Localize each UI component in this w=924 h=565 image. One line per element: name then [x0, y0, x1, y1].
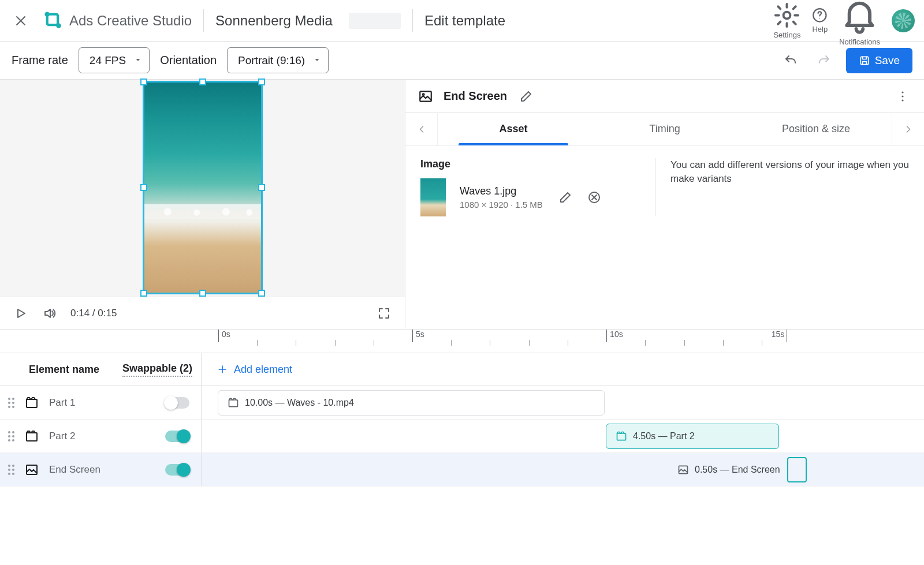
- panel-tabs: Asset Timing Position & size: [405, 113, 924, 145]
- caret-down-icon: [313, 54, 321, 67]
- col-swappable[interactable]: Swappable (2): [122, 362, 192, 377]
- tracks-header: Element name Swappable (2) Add element: [0, 353, 924, 386]
- bell-icon: [839, 0, 880, 35]
- resize-handle[interactable]: [140, 184, 147, 191]
- volume-button[interactable]: [42, 305, 58, 321]
- player-bar: 0:14 / 0:15: [0, 297, 405, 329]
- player-time: 0:14 / 0:15: [70, 308, 117, 319]
- org-name: Sonnenberg Media: [215, 13, 333, 29]
- add-element-button[interactable]: Add element: [202, 364, 292, 376]
- time-ruler[interactable]: 0s 5s 10s 15s: [0, 330, 924, 353]
- swappable-toggle[interactable]: [165, 464, 189, 476]
- svg-point-8: [423, 93, 424, 95]
- notifications-button[interactable]: Notifications: [839, 0, 880, 46]
- asset-row: Waves 1.jpg 1080 × 1920 · 1.5 MB: [420, 178, 640, 216]
- fullscreen-button[interactable]: [376, 305, 392, 321]
- resize-handle[interactable]: [140, 290, 147, 297]
- track-lane[interactable]: 0.50s — End Screen: [202, 453, 924, 486]
- image-section-title: Image: [420, 158, 640, 170]
- video-icon: [25, 396, 39, 410]
- swappable-toggle[interactable]: [165, 431, 189, 442]
- swappable-toggle[interactable]: [165, 397, 189, 409]
- tabs-prev-button[interactable]: [405, 113, 438, 145]
- caret-down-icon: [134, 54, 142, 67]
- svg-rect-13: [27, 399, 37, 407]
- frame-rate-select[interactable]: 24 FPS: [79, 47, 150, 73]
- tab-asset[interactable]: Asset: [438, 113, 589, 145]
- edit-title-button[interactable]: [517, 88, 535, 105]
- canvas-area[interactable]: [0, 80, 405, 297]
- help-icon: [812, 8, 828, 23]
- edit-asset-button[interactable]: [557, 189, 574, 206]
- image-icon: [677, 464, 689, 476]
- panel-header: End Screen: [405, 80, 924, 113]
- divider: [412, 9, 413, 32]
- page-title: Edit template: [424, 13, 505, 29]
- tabs-next-button[interactable]: [892, 113, 924, 145]
- drag-handle-icon[interactable]: [8, 431, 14, 441]
- asset-thumbnail[interactable]: [420, 178, 446, 216]
- frame-rate-label: Frame rate: [12, 54, 68, 67]
- panel-title: End Screen: [444, 89, 507, 103]
- clip-end-handle[interactable]: [787, 457, 807, 482]
- svg-rect-6: [860, 57, 868, 64]
- save-button[interactable]: Save: [846, 48, 912, 73]
- save-label: Save: [875, 54, 900, 67]
- resize-handle[interactable]: [199, 290, 206, 297]
- drag-handle-icon[interactable]: [8, 465, 14, 475]
- resize-handle[interactable]: [258, 78, 265, 85]
- track-row: Part 1 10.00s — Waves - 10.mp4: [0, 386, 924, 420]
- tab-timing[interactable]: Timing: [589, 113, 740, 145]
- resize-handle[interactable]: [140, 78, 147, 85]
- timeline-clip[interactable]: 4.50s — Part 2: [606, 424, 779, 449]
- remove-asset-button[interactable]: [586, 189, 603, 206]
- app-title: Ads Creative Studio: [69, 13, 192, 29]
- inspector-panel: End Screen Asset Timing Position & size …: [405, 80, 924, 329]
- svg-point-10: [901, 95, 903, 97]
- resize-handle[interactable]: [258, 290, 265, 297]
- panel-body: Image Waves 1.jpg 1080 × 1920 · 1.5 MB Y…: [405, 145, 924, 229]
- resize-handle[interactable]: [258, 184, 265, 191]
- play-button[interactable]: [13, 305, 29, 321]
- orientation-select[interactable]: Portrait (9:16): [227, 47, 329, 73]
- asset-name: Waves 1.jpg: [460, 185, 543, 197]
- drag-handle-icon[interactable]: [8, 398, 14, 408]
- track-row: Part 2 4.50s — Part 2: [0, 420, 924, 453]
- settings-button[interactable]: Settings: [773, 2, 800, 40]
- avatar[interactable]: [892, 9, 915, 32]
- track-lane[interactable]: 10.00s — Waves - 10.mp4: [202, 386, 924, 419]
- orientation-value: Portrait (9:16): [238, 54, 305, 67]
- image-icon: [25, 463, 39, 477]
- svg-rect-14: [229, 400, 238, 407]
- tab-position-size[interactable]: Position & size: [740, 113, 892, 145]
- image-icon: [418, 89, 433, 104]
- plus-icon: [217, 364, 228, 375]
- help-button[interactable]: Help: [812, 8, 828, 34]
- undo-button[interactable]: [779, 49, 802, 72]
- brand: Ads Creative Studio: [44, 11, 192, 31]
- track-row: End Screen 0.50s — End Screen: [0, 453, 924, 487]
- more-menu-button[interactable]: [894, 88, 911, 105]
- timeline-clip[interactable]: 10.00s — Waves - 10.mp4: [218, 390, 605, 416]
- redo-button[interactable]: [813, 49, 836, 72]
- svg-point-11: [901, 99, 903, 101]
- orientation-label: Orientation: [160, 54, 217, 67]
- close-icon[interactable]: [9, 9, 32, 32]
- frame-rate-value: 24 FPS: [90, 54, 126, 67]
- resize-handle[interactable]: [199, 78, 206, 85]
- svg-point-1: [44, 12, 50, 17]
- save-icon: [859, 55, 870, 66]
- main: 0:14 / 0:15 End Screen Asset Timing Posi…: [0, 80, 924, 329]
- track-name: Part 2: [49, 431, 75, 442]
- divider: [203, 9, 204, 32]
- gear-icon: [773, 2, 800, 29]
- selected-frame[interactable]: [143, 81, 263, 294]
- col-element-name: Element name: [29, 364, 99, 376]
- track-name: Part 1: [49, 397, 75, 409]
- track-lane[interactable]: 4.50s — Part 2: [202, 420, 924, 452]
- timeline-clip[interactable]: 0.50s — End Screen: [668, 457, 784, 482]
- video-icon: [616, 431, 627, 442]
- notifications-label: Notifications: [839, 38, 880, 46]
- app-logo-icon: [44, 11, 64, 31]
- stage: 0:14 / 0:15: [0, 80, 405, 329]
